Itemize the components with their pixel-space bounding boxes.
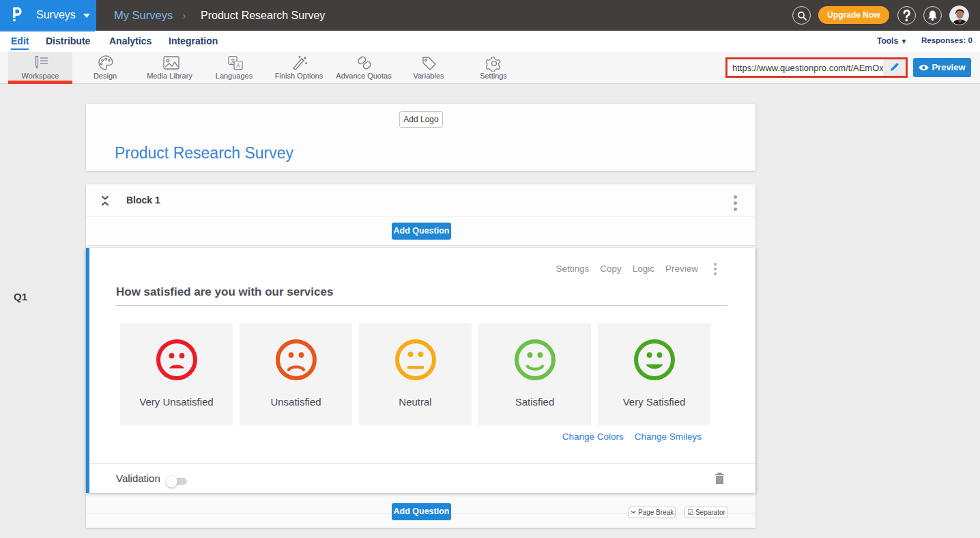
svg-text:文: 文 (230, 58, 235, 64)
svg-text:A: A (236, 62, 240, 69)
